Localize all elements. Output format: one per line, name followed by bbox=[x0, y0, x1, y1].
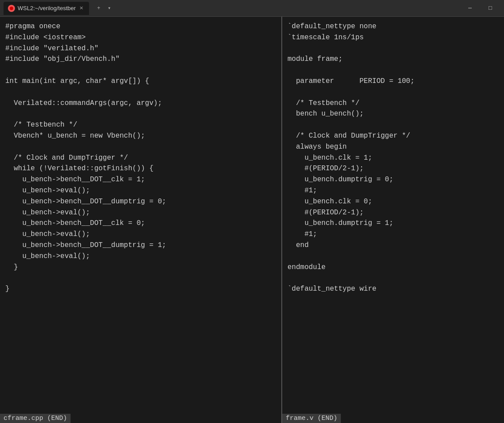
terminal-tab[interactable]: WSL2:~/verilog/testber ✕ bbox=[4, 2, 89, 15]
left-code-content: #pragma onece #include <iostream> #inclu… bbox=[0, 17, 281, 299]
window-controls: ─ □ bbox=[460, 0, 500, 17]
right-status-bar: frame.v (END) bbox=[282, 414, 341, 423]
tab-dropdown-button[interactable]: ▾ bbox=[105, 4, 114, 13]
tab-label: WSL2:~/verilog/testber bbox=[18, 5, 76, 11]
content-area: #pragma onece #include <iostream> #inclu… bbox=[0, 17, 504, 423]
tab-favicon bbox=[8, 5, 15, 12]
new-tab-button[interactable]: + bbox=[94, 4, 103, 13]
title-bar: WSL2:~/verilog/testber ✕ + ▾ ─ □ bbox=[0, 0, 504, 17]
minimize-button[interactable]: ─ bbox=[460, 0, 480, 17]
right-pane: `default_nettype none `timescale 1ns/1ps… bbox=[282, 17, 504, 423]
left-pane: #pragma onece #include <iostream> #inclu… bbox=[0, 17, 282, 423]
right-code-content: `default_nettype none `timescale 1ns/1ps… bbox=[282, 17, 504, 299]
left-status-bar: cframe.cpp (END) bbox=[0, 414, 71, 423]
maximize-button[interactable]: □ bbox=[480, 0, 500, 17]
tab-close-button[interactable]: ✕ bbox=[78, 5, 85, 11]
title-bar-actions: + ▾ bbox=[94, 4, 114, 13]
